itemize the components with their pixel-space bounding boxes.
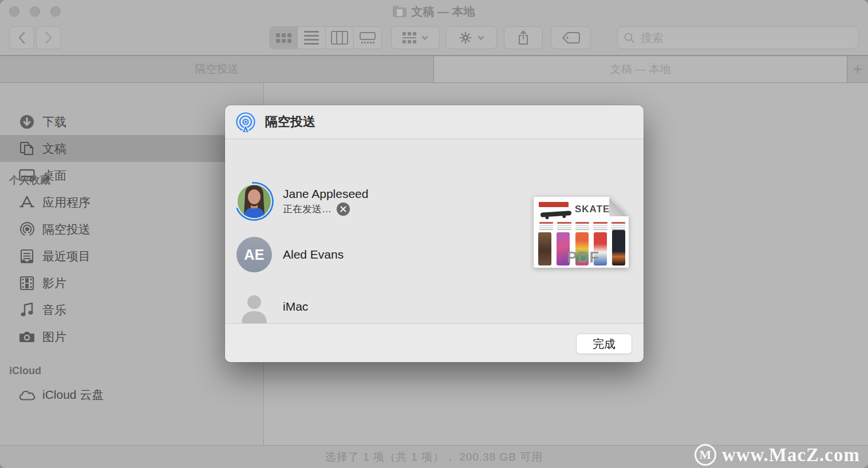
sidebar-item-icloud-drive[interactable]: iCloud 云盘 <box>0 381 264 408</box>
sidebar-item-pictures[interactable]: 图片 <box>0 323 264 350</box>
sidebar-item-documents[interactable]: 文稿 <box>0 135 264 162</box>
view-gallery-button[interactable] <box>354 27 381 49</box>
airdrop-icon <box>18 221 35 238</box>
view-columns-button[interactable] <box>326 27 354 49</box>
search-input[interactable] <box>640 31 853 45</box>
tab-bar: 隔空投送 文稿 — 本地 <box>0 55 868 83</box>
sidebar-item-label: 桌面 <box>42 168 66 184</box>
forward-button[interactable] <box>36 26 61 49</box>
tab-label: 隔空投送 <box>195 62 239 77</box>
airdrop-blue-icon <box>235 112 256 132</box>
music-note-icon <box>18 302 35 319</box>
sidebar-item-label: 最近项目 <box>42 248 90 264</box>
chevron-down-icon <box>421 34 428 41</box>
new-tab-button[interactable] <box>847 56 868 82</box>
pdf-badge: PDF <box>567 249 599 267</box>
share-button[interactable] <box>504 26 543 49</box>
pdf-text-columns <box>539 222 625 231</box>
sidebar-item-recents[interactable]: 最近项目 <box>0 243 264 269</box>
pdf-title-text: SKATE BOA <box>575 204 637 215</box>
chevron-down-icon <box>478 34 484 41</box>
download-icon <box>18 113 35 130</box>
done-button[interactable]: 完成 <box>576 334 632 354</box>
status-text: 选择了 1 项（共 1 项）， 200.38 GB 可用 <box>325 450 543 465</box>
film-icon <box>18 275 35 292</box>
tag-button[interactable] <box>551 26 591 49</box>
sidebar-item-movies[interactable]: 影片 <box>0 269 264 296</box>
sidebar: 个人收藏 下载 文稿 桌面 应用程序 <box>0 83 264 445</box>
sending-status: 正在发送… <box>283 203 332 216</box>
watermark-text: www.MacZ.com <box>722 445 860 466</box>
airdrop-dialog-title: 隔空投送 <box>265 113 315 130</box>
grid-view-icon <box>276 33 291 43</box>
person-name: iMac <box>283 300 308 314</box>
tab-airdrop[interactable]: 隔空投送 <box>0 56 434 82</box>
airdrop-device-imac[interactable]: iMac <box>235 287 308 326</box>
plus-icon <box>853 64 863 74</box>
view-list-button[interactable] <box>298 27 326 49</box>
documents-icon <box>18 140 35 157</box>
gallery-view-icon <box>360 32 376 43</box>
generic-person-icon <box>235 287 274 326</box>
avatar <box>235 182 274 221</box>
airdrop-dialog-footer: 完成 <box>225 323 644 362</box>
sidebar-item-airdrop[interactable]: 隔空投送 <box>0 216 264 243</box>
sidebar-item-label: iCloud 云盘 <box>42 387 104 403</box>
sidebar-section-icloud: iCloud <box>9 365 41 377</box>
watermark: M www.MacZ.com <box>695 444 860 466</box>
pdf-red-banner <box>539 202 569 207</box>
sidebar-item-label: 应用程序 <box>42 195 90 211</box>
recents-icon <box>18 248 35 265</box>
camera-icon <box>18 328 35 346</box>
title-bar: 文稿 — 本地 <box>0 0 868 23</box>
view-switcher <box>269 26 382 49</box>
sidebar-item-label: 下载 <box>42 114 66 130</box>
gear-icon <box>459 31 472 45</box>
desktop-icon <box>18 167 35 184</box>
share-icon <box>517 30 530 45</box>
cancel-send-button[interactable] <box>337 203 350 216</box>
tag-icon <box>561 31 581 44</box>
airdrop-dialog: 隔空投送 <box>225 105 644 362</box>
macz-logo-icon: M <box>695 444 716 466</box>
sidebar-item-downloads[interactable]: 下载 <box>0 108 264 135</box>
sidebar-item-desktop[interactable]: 桌面 <box>0 162 264 189</box>
avatar <box>235 287 274 326</box>
group-icon <box>403 32 416 44</box>
pdf-file-preview[interactable]: SKATE BOA PDF <box>534 197 629 268</box>
sidebar-item-label: 影片 <box>42 275 66 291</box>
tab-label: 文稿 — 本地 <box>610 62 671 77</box>
sidebar-item-label: 隔空投送 <box>42 221 90 237</box>
airdrop-person-aled[interactable]: AE Aled Evans <box>235 235 344 274</box>
sidebar-item-music[interactable]: 音乐 <box>0 296 264 323</box>
skateboard-drawing <box>540 211 571 217</box>
airdrop-person-jane[interactable]: Jane Appleseed 正在发送… <box>235 182 368 221</box>
back-button[interactable] <box>9 26 34 49</box>
cloud-icon <box>18 386 35 403</box>
finder-window: 文稿 — 本地 <box>0 0 868 468</box>
sidebar-item-applications[interactable]: 应用程序 <box>0 189 264 216</box>
tab-documents-local[interactable]: 文稿 — 本地 <box>434 56 847 82</box>
window-title: 文稿 — 本地 <box>0 0 868 23</box>
close-icon <box>340 206 346 212</box>
search-field[interactable] <box>617 26 859 49</box>
chevron-left-icon <box>18 31 26 44</box>
sidebar-item-label: 音乐 <box>42 302 66 318</box>
search-icon <box>624 32 635 43</box>
action-menu-button[interactable] <box>445 26 497 49</box>
airdrop-dialog-header: 隔空投送 <box>225 105 644 139</box>
group-by-button[interactable] <box>391 26 440 49</box>
sidebar-item-label: 图片 <box>42 329 66 345</box>
appstore-a-icon <box>18 194 35 211</box>
view-icons-button[interactable] <box>270 27 298 49</box>
folder-icon <box>393 6 407 17</box>
window-title-text: 文稿 — 本地 <box>411 4 475 19</box>
page-fold-corner <box>609 197 629 216</box>
initials-avatar: AE <box>236 237 272 272</box>
person-name: Jane Appleseed <box>283 187 368 201</box>
sidebar-item-label: 文稿 <box>42 141 66 157</box>
person-name: Aled Evans <box>283 248 344 261</box>
chevron-right-icon <box>45 31 53 44</box>
toolbar <box>0 23 868 55</box>
list-view-icon <box>304 31 319 45</box>
